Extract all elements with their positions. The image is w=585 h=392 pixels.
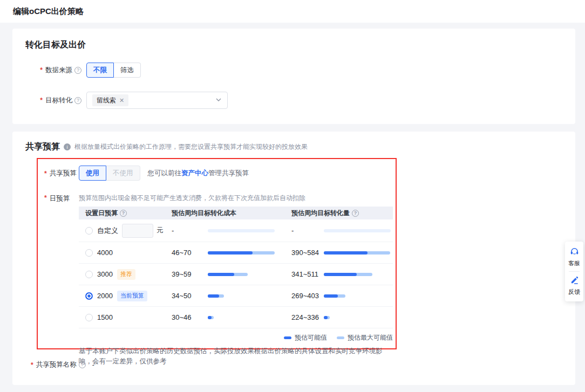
customer-service-button[interactable]: 客服 — [568, 247, 580, 267]
cost-estimate-bar — [208, 251, 275, 255]
legend-pill — [284, 336, 291, 339]
page-title: 编辑oCPC出价策略 — [13, 6, 84, 17]
headset-icon — [570, 247, 579, 258]
budget-option-label: 3000 — [97, 270, 113, 278]
shared-budget-card: 共享预算 i 根据放量模式出价策略的工作原理，需要您设置共享预算才能实现较好的投… — [12, 132, 575, 385]
table-row[interactable]: 3000推荐39~59341~511 — [79, 264, 393, 285]
header-label: 预估周均目标转化量 — [291, 209, 350, 218]
budget-name-label: 共享预算名称 — [36, 360, 77, 369]
help-icon[interactable]: ? — [74, 97, 81, 104]
bar-dark-segment — [324, 294, 338, 298]
cost-estimate-bar — [208, 273, 275, 276]
table-row[interactable]: 自定义元-- — [79, 219, 393, 242]
budget-option-label: 2000 — [97, 292, 113, 300]
estimated-cost-cell: - — [165, 226, 285, 235]
cost-estimate-bar — [208, 316, 275, 319]
estimated-cost-cell: 34~50 — [165, 292, 285, 300]
feedback-button[interactable]: 反馈 — [568, 276, 580, 296]
volume-estimate-bar — [324, 316, 391, 319]
estimated-volume-cell: 341~511 — [285, 270, 393, 278]
page-header: 编辑oCPC出价策略 — [0, 0, 585, 23]
table-row[interactable]: 150030~46224~336 — [79, 307, 393, 328]
budget-radio[interactable] — [85, 227, 93, 235]
estimated-cost-value: 34~50 — [172, 292, 208, 300]
target-conversion-select[interactable]: 留线索 ✕ — [86, 92, 228, 109]
estimated-volume-cell: 269~403 — [285, 292, 393, 300]
estimated-cost-cell: 46~70 — [165, 249, 285, 257]
daily-budget-hint: 预算范围内出现金额不足可能产生透支消费，欠款将在下次充值加款后自动扣除 — [79, 194, 393, 203]
selected-tag: 留线索 ✕ — [92, 94, 128, 106]
shared-budget-label: 共享预算 — [50, 169, 77, 178]
legend-item: 预估最大可能值 — [337, 333, 393, 342]
highlight-red-box: * 共享预算 使用 不使用 您可以前往资产中心管理共享预算 * 日预算 预算范围… — [37, 158, 397, 349]
chevron-down-icon[interactable] — [215, 97, 222, 105]
data-source-option-unlimited[interactable]: 不限 — [86, 63, 114, 78]
table-row[interactable]: 2000当前预算34~50269~403 — [79, 285, 393, 307]
header-label: 设置日预算 — [85, 209, 118, 218]
legend-pill — [337, 336, 344, 339]
estimated-volume-value: - — [291, 226, 324, 235]
shared-budget-subtitle: 根据放量模式出价策略的工作原理，需要您设置共享预算才能实现较好的投放效果 — [74, 142, 308, 152]
estimated-volume-value: 341~511 — [291, 270, 324, 278]
budget-option-cell: 2000当前预算 — [79, 291, 165, 301]
budget-table-header: 设置日预算 ? 预估周均目标转化成本 预估周均目标转化量 ? — [79, 207, 393, 219]
estimated-volume-cell: - — [285, 226, 393, 235]
legend-label: 预估最大可能值 — [348, 333, 393, 342]
estimated-volume-value: 269~403 — [291, 292, 324, 300]
bar-dark-segment — [208, 316, 212, 319]
budget-radio[interactable] — [85, 292, 93, 300]
required-asterisk: * — [44, 170, 47, 177]
volume-estimate-bar — [324, 273, 391, 276]
budget-name-value: - — [92, 361, 94, 369]
budget-option-label: 4000 — [97, 249, 113, 257]
data-source-option-filter[interactable]: 筛选 — [114, 63, 141, 78]
header-estimated-volume: 预估周均目标转化量 ? — [285, 209, 393, 218]
bar-light-segment — [324, 229, 391, 232]
header-estimated-cost: 预估周均目标转化成本 — [165, 209, 285, 218]
note-suffix: 管理共享预算 — [208, 169, 249, 177]
estimated-cost-cell: 30~46 — [165, 313, 285, 321]
main-content: 转化目标及出价 * 数据来源 ? 不限 筛选 * 目标转化 ? 留线索 ✕ — [0, 23, 585, 385]
help-icon[interactable]: ? — [74, 67, 81, 74]
bar-light-segment — [208, 229, 275, 232]
estimated-volume-cell: 224~336 — [285, 313, 393, 321]
shared-budget-toggle: 使用 不使用 — [79, 166, 140, 181]
help-icon[interactable]: ? — [120, 210, 127, 217]
help-icon[interactable]: ? — [352, 210, 359, 217]
cost-estimate-bar — [208, 294, 275, 298]
shared-budget-label-col: * 共享预算 — [44, 168, 79, 178]
budget-radio[interactable] — [85, 314, 93, 321]
estimated-cost-cell: 39~59 — [165, 270, 285, 278]
estimated-volume-value: 390~584 — [291, 249, 324, 257]
tag-close-icon[interactable]: ✕ — [119, 97, 124, 104]
required-asterisk: * — [31, 361, 33, 369]
shared-budget-option-not-use[interactable]: 不使用 — [106, 166, 140, 181]
data-source-toggle: 不限 筛选 — [86, 63, 141, 78]
custom-budget-input[interactable] — [122, 224, 153, 238]
bar-dark-segment — [208, 294, 219, 298]
budget-option-label: 自定义 — [97, 226, 118, 236]
bar-dark-segment — [324, 316, 328, 319]
cost-estimate-bar — [208, 229, 275, 232]
asset-center-note: 您可以前往资产中心管理共享预算 — [148, 169, 249, 178]
daily-budget-label: 日预算 — [50, 194, 70, 203]
target-conversion-label: 目标转化 — [45, 96, 72, 105]
bar-legend: 预估可能值预估最大可能值 — [79, 333, 393, 342]
shared-budget-head: 共享预算 i 根据放量模式出价策略的工作原理，需要您设置共享预算才能实现较好的投… — [25, 141, 562, 153]
volume-estimate-bar — [324, 229, 391, 232]
panel-divider — [569, 271, 580, 272]
estimated-cost-value: - — [172, 226, 208, 235]
shared-budget-option-use[interactable]: 使用 — [79, 166, 106, 181]
required-asterisk: * — [44, 194, 47, 202]
budget-radio[interactable] — [85, 249, 93, 257]
note-prefix: 您可以前往 — [148, 169, 182, 177]
bar-dark-segment — [208, 273, 234, 276]
table-row[interactable]: 400046~70390~584 — [79, 242, 393, 264]
data-source-row: * 数据来源 ? 不限 筛选 — [25, 63, 562, 78]
budget-radio[interactable] — [85, 271, 93, 278]
header-label: 预估周均目标转化成本 — [172, 209, 236, 218]
bar-dark-segment — [208, 251, 253, 255]
help-icon[interactable]: ? — [79, 361, 86, 368]
currency-unit-label: 元 — [157, 226, 164, 235]
asset-center-link[interactable]: 资产中心 — [181, 169, 208, 177]
